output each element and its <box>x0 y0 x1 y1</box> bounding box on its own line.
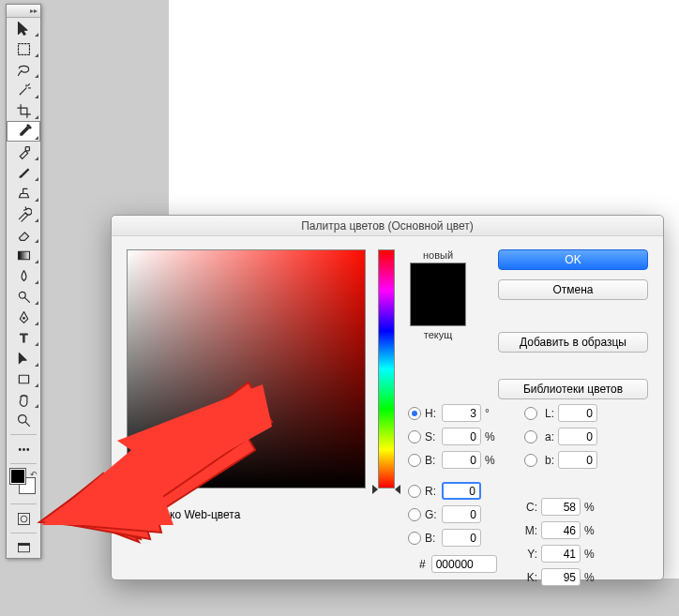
foreground-color-swatch[interactable] <box>10 469 25 484</box>
web-colors-only-row: Только Web-цвета <box>127 508 240 521</box>
L-radio[interactable] <box>524 407 537 420</box>
history-brush-tool[interactable] <box>7 203 40 224</box>
marquee-tool[interactable] <box>7 38 40 59</box>
eyedropper-tool[interactable] <box>7 121 40 142</box>
Y-input[interactable] <box>541 545 581 563</box>
new-color-label: новый <box>410 249 466 261</box>
M-input[interactable] <box>541 521 581 539</box>
screen-mode-toggle[interactable] <box>7 537 40 558</box>
web-colors-only-label: Только Web-цвета <box>145 508 240 521</box>
quick-mask-toggle[interactable] <box>7 508 40 529</box>
hue-radio[interactable] <box>408 407 421 420</box>
M-label: M: <box>524 524 541 537</box>
dialog-title[interactable]: Палитра цветов (Основной цвет) <box>112 216 663 236</box>
zoom-tool[interactable] <box>7 410 40 430</box>
blue-input[interactable] <box>442 529 481 547</box>
hue-unit: ° <box>481 407 498 420</box>
saturation-input[interactable] <box>442 428 481 445</box>
hue-label: H: <box>425 407 442 420</box>
web-colors-only-checkbox[interactable] <box>127 508 140 521</box>
svg-rect-1 <box>25 146 29 150</box>
svg-rect-6 <box>19 375 28 383</box>
a-input[interactable] <box>558 428 597 445</box>
svg-point-7 <box>18 414 26 423</box>
svg-point-8 <box>19 448 21 450</box>
move-tool[interactable] <box>7 18 40 38</box>
current-color-swatch[interactable] <box>410 294 466 326</box>
color-preview: новый текущ <box>410 249 466 340</box>
cancel-button[interactable]: Отмена <box>498 279 648 300</box>
green-input[interactable] <box>442 505 481 523</box>
crop-tool[interactable] <box>7 100 40 121</box>
clone-stamp-tool[interactable] <box>7 183 40 203</box>
eraser-tool[interactable] <box>7 224 40 245</box>
red-radio[interactable] <box>408 485 421 498</box>
svg-point-9 <box>23 448 24 450</box>
svg-rect-14 <box>18 543 29 546</box>
collapse-chevron-icon: ▸▸ <box>30 7 38 15</box>
gradient-tool[interactable] <box>7 245 40 265</box>
brightness-input[interactable] <box>442 451 481 469</box>
new-color-swatch[interactable] <box>410 263 466 294</box>
color-field[interactable] <box>127 249 366 488</box>
tools-panel: ▸▸ T ↶ <box>6 4 41 559</box>
path-select-tool[interactable] <box>7 348 40 368</box>
a-radio[interactable] <box>524 430 537 443</box>
hue-input[interactable] <box>442 404 481 422</box>
tools-panel-header[interactable]: ▸▸ <box>7 5 40 18</box>
C-label: C: <box>524 501 541 514</box>
svg-point-4 <box>23 317 24 319</box>
C-input[interactable] <box>541 498 581 516</box>
color-picker-dialog: Палитра цветов (Основной цвет) новый тек… <box>111 215 664 580</box>
current-color-label: текущ <box>410 329 466 340</box>
brush-tool[interactable] <box>7 162 40 183</box>
add-to-swatches-button[interactable]: Добавить в образцы <box>498 332 648 353</box>
color-libraries-button[interactable]: Библиотеки цветов <box>498 379 648 399</box>
L-label: L: <box>541 407 558 420</box>
b-label: b: <box>541 454 558 467</box>
lasso-tool[interactable] <box>7 59 40 80</box>
svg-point-10 <box>26 448 28 450</box>
brightness-radio[interactable] <box>408 454 421 467</box>
svg-point-12 <box>21 516 27 522</box>
green-radio[interactable] <box>408 508 421 521</box>
blue-radio[interactable] <box>408 532 421 545</box>
magic-wand-tool[interactable] <box>7 80 40 100</box>
green-label: G: <box>425 508 442 521</box>
K-label: K: <box>524 571 541 584</box>
svg-rect-11 <box>18 513 29 524</box>
blue-label: B: <box>425 532 442 545</box>
blur-tool[interactable] <box>7 265 40 286</box>
svg-text:T: T <box>20 330 27 344</box>
saturation-label: S: <box>425 430 442 443</box>
color-field-cursor[interactable] <box>123 483 132 492</box>
edit-toolbar[interactable] <box>7 439 40 459</box>
a-label: a: <box>541 430 558 443</box>
dodge-tool[interactable] <box>7 286 40 307</box>
brightness-label: B: <box>425 454 442 467</box>
pen-tool[interactable] <box>7 307 40 327</box>
b-input[interactable] <box>558 451 597 469</box>
ok-button[interactable]: OK <box>498 249 648 270</box>
K-input[interactable] <box>541 568 581 586</box>
type-tool[interactable]: T <box>7 327 40 348</box>
saturation-radio[interactable] <box>408 430 421 443</box>
red-label: R: <box>425 485 442 498</box>
color-swatches: ↶ <box>7 468 40 500</box>
svg-rect-0 <box>18 43 29 54</box>
hex-input[interactable] <box>431 555 497 573</box>
rectangle-tool[interactable] <box>7 368 40 389</box>
hue-slider[interactable] <box>378 249 395 488</box>
L-input[interactable] <box>558 404 597 422</box>
b-radio[interactable] <box>524 454 537 467</box>
healing-brush-tool[interactable] <box>7 142 40 162</box>
Y-label: Y: <box>524 548 541 561</box>
red-input[interactable] <box>442 482 481 500</box>
hex-label: # <box>419 558 426 571</box>
hand-tool[interactable] <box>7 389 40 410</box>
svg-rect-2 <box>18 251 29 260</box>
